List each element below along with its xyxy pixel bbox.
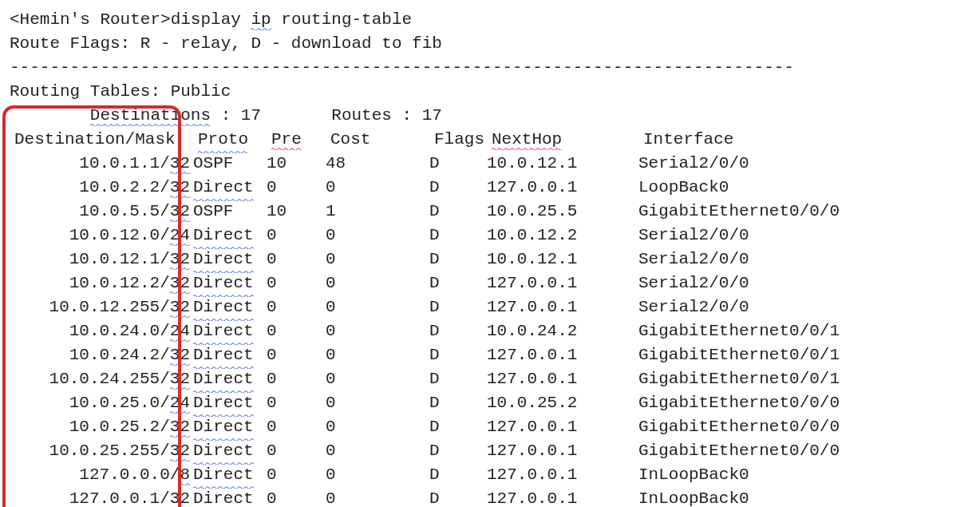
cell-flags: D <box>429 200 487 224</box>
cell-destination: 10.0.1.1/32 <box>10 152 193 176</box>
cell-interface: GigabitEthernet0/0/1 <box>638 319 980 343</box>
cell-nexthop: 127.0.0.1 <box>487 463 638 487</box>
flags-legend: Route Flags: R - relay, D - download to … <box>10 32 980 56</box>
cell-cost: 0 <box>326 391 429 415</box>
device-prompt: <Hemin's Router> <box>10 10 171 29</box>
cell-flags: D <box>429 439 487 463</box>
cell-proto: Direct <box>193 224 267 248</box>
cell-cost: 0 <box>326 224 429 248</box>
cell-proto: Direct <box>193 248 267 271</box>
table-row: 10.0.24.2/32Direct00D127.0.0.1GigabitEth… <box>10 343 980 367</box>
cell-destination: 127.0.0.1/32 <box>10 487 193 507</box>
cell-pre: 0 <box>267 439 326 463</box>
cell-proto: Direct <box>193 271 267 295</box>
table-row: 10.0.2.2/32Direct00D127.0.0.1LoopBack0 <box>10 176 980 200</box>
table-row: 10.0.25.2/32Direct00D127.0.0.1GigabitEth… <box>10 415 980 439</box>
routing-table-body: 10.0.1.1/32OSPF1048D10.0.12.1Serial2/0/0… <box>10 152 980 507</box>
cell-flags: D <box>429 224 487 248</box>
cell-flags: D <box>429 415 487 439</box>
cell-interface: GigabitEthernet0/0/0 <box>638 200 980 224</box>
cell-nexthop: 127.0.0.1 <box>487 343 638 367</box>
cell-flags: D <box>429 487 487 507</box>
table-row: 10.0.24.0/24Direct00D10.0.24.2GigabitEth… <box>10 319 980 343</box>
table-row: 10.0.12.2/32Direct00D127.0.0.1Serial2/0/… <box>10 271 980 295</box>
cell-cost: 0 <box>326 439 429 463</box>
cell-nexthop: 127.0.0.1 <box>487 367 638 391</box>
cell-proto: Direct <box>193 295 267 319</box>
spell-mark: ip <box>251 10 271 29</box>
cell-flags: D <box>429 319 487 343</box>
table-row: 127.0.0.1/32Direct00D127.0.0.1InLoopBack… <box>10 487 980 507</box>
divider: ----------------------------------------… <box>10 56 980 80</box>
cell-flags: D <box>429 176 487 200</box>
cell-destination: 10.0.25.0/24 <box>10 391 193 415</box>
cell-nexthop: 127.0.0.1 <box>487 271 638 295</box>
cell-destination: 10.0.24.0/24 <box>10 319 193 343</box>
cell-cost: 48 <box>326 152 429 176</box>
cell-cost: 0 <box>326 463 429 487</box>
cell-proto: Direct <box>193 367 267 391</box>
cell-nexthop: 10.0.12.2 <box>487 224 638 248</box>
cell-interface: GigabitEthernet0/0/1 <box>638 343 980 367</box>
table-row: 10.0.12.0/24Direct00D10.0.12.2Serial2/0/… <box>10 224 980 248</box>
col-nexthop: NextHop <box>492 128 643 152</box>
cell-nexthop: 10.0.25.5 <box>487 200 638 224</box>
cell-pre: 10 <box>267 152 326 176</box>
col-interface: Interface <box>643 128 980 152</box>
cell-pre: 0 <box>267 224 326 248</box>
cell-cost: 0 <box>326 367 429 391</box>
table-row: 127.0.0.0/8Direct00D127.0.0.1InLoopBack0 <box>10 463 980 487</box>
cell-interface: GigabitEthernet0/0/1 <box>638 367 980 391</box>
cell-cost: 0 <box>326 248 429 271</box>
cell-destination: 10.0.5.5/32 <box>10 200 193 224</box>
cell-destination: 10.0.12.0/24 <box>10 224 193 248</box>
cell-nexthop: 10.0.12.1 <box>487 152 638 176</box>
cell-interface: GigabitEthernet0/0/0 <box>638 439 980 463</box>
cell-flags: D <box>429 295 487 319</box>
cell-pre: 0 <box>267 391 326 415</box>
cell-flags: D <box>429 271 487 295</box>
cell-nexthop: 10.0.12.1 <box>487 248 638 271</box>
cell-interface: LoopBack0 <box>638 176 980 200</box>
cell-proto: Direct <box>193 391 267 415</box>
command-line: <Hemin's Router>display ip routing-table <box>10 8 980 32</box>
table-row: 10.0.12.1/32Direct00D10.0.12.1Serial2/0/… <box>10 248 980 271</box>
cell-interface: InLoopBack0 <box>638 463 980 487</box>
cell-nexthop: 10.0.25.2 <box>487 391 638 415</box>
cell-proto: Direct <box>193 343 267 367</box>
cell-flags: D <box>429 343 487 367</box>
cell-nexthop: 127.0.0.1 <box>487 176 638 200</box>
cell-destination: 10.0.25.2/32 <box>10 415 193 439</box>
cell-destination: 10.0.12.255/32 <box>10 295 193 319</box>
spell-mark: Destinations <box>90 106 211 125</box>
cell-proto: Direct <box>193 176 267 200</box>
command-text: display ip routing-table <box>171 10 412 29</box>
cell-interface: Serial2/0/0 <box>638 152 980 176</box>
cell-destination: 10.0.2.2/32 <box>10 176 193 200</box>
cell-interface: GigabitEthernet0/0/0 <box>638 391 980 415</box>
cell-cost: 0 <box>326 176 429 200</box>
cell-flags: D <box>429 391 487 415</box>
cell-interface: Serial2/0/0 <box>638 248 980 271</box>
cell-cost: 0 <box>326 487 429 507</box>
cell-pre: 0 <box>267 271 326 295</box>
cell-pre: 0 <box>267 343 326 367</box>
cell-pre: 0 <box>267 248 326 271</box>
cell-interface: Serial2/0/0 <box>638 224 980 248</box>
cell-destination: 10.0.25.255/32 <box>10 439 193 463</box>
col-destination: Destination/Mask <box>10 128 198 152</box>
cell-destination: 127.0.0.0/8 <box>10 463 193 487</box>
cell-pre: 0 <box>267 367 326 391</box>
cell-pre: 0 <box>267 415 326 439</box>
cell-interface: InLoopBack0 <box>638 487 980 507</box>
cell-flags: D <box>429 463 487 487</box>
cell-proto: Direct <box>193 439 267 463</box>
summary-line: Destinations : 17 Routes : 17 <box>10 104 980 128</box>
table-row: 10.0.25.255/32Direct00D127.0.0.1GigabitE… <box>10 439 980 463</box>
col-pre: Pre <box>271 128 330 152</box>
table-row: 10.0.12.255/32Direct00D127.0.0.1Serial2/… <box>10 295 980 319</box>
terminal-output: <Hemin's Router>display ip routing-table… <box>0 0 980 507</box>
cell-destination: 10.0.24.255/32 <box>10 367 193 391</box>
cell-cost: 0 <box>326 343 429 367</box>
cell-pre: 0 <box>267 463 326 487</box>
